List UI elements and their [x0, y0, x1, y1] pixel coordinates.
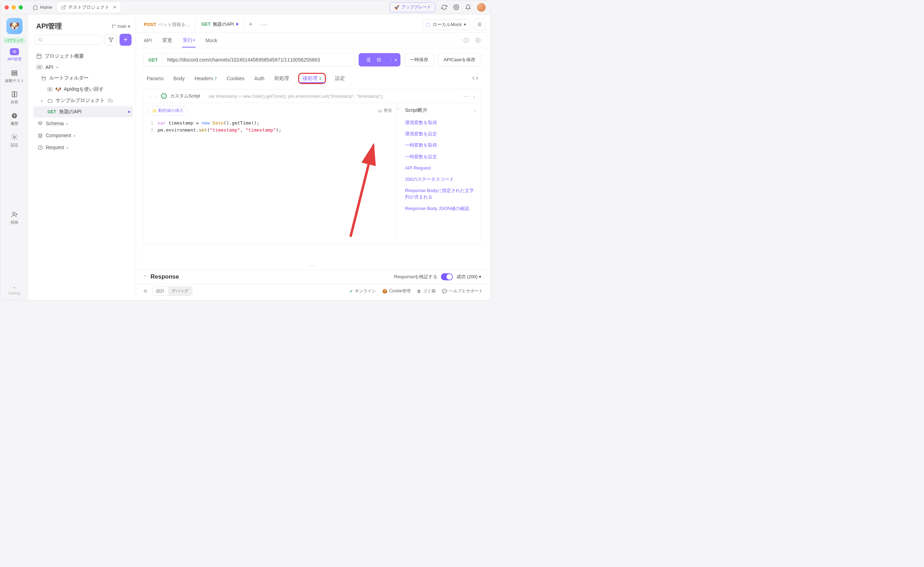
reqtab-cookies[interactable]: Cookies: [226, 73, 245, 84]
collapse-icon[interactable]: ⌃: [143, 274, 147, 280]
reqtab-settings[interactable]: 設定: [334, 72, 346, 84]
filter-button[interactable]: [105, 34, 117, 46]
chevron-down-icon[interactable]: ▾: [391, 58, 400, 62]
settings-gear-icon[interactable]: [453, 4, 459, 11]
subtab-change[interactable]: 変更: [162, 34, 173, 47]
refresh-icon[interactable]: [441, 4, 448, 11]
window-maximize[interactable]: [19, 5, 23, 9]
tree-root-folder[interactable]: ルートフォルダー: [33, 72, 133, 84]
enabled-check-icon[interactable]: ✓: [161, 93, 166, 99]
cookie-manage[interactable]: 🍪 Cookie管理: [382, 288, 411, 294]
environment-selector[interactable]: ▢ ローカルMock ▾: [422, 20, 470, 30]
chevron-down-icon: ▾: [56, 65, 60, 69]
snippet-item[interactable]: 200のステータスコード: [405, 174, 476, 185]
mode-design[interactable]: 設計: [153, 287, 168, 295]
search-input[interactable]: [35, 35, 102, 45]
send-button[interactable]: 送 信 ▾: [358, 53, 400, 66]
panel-menu-button[interactable]: ☰: [474, 19, 486, 31]
doc-tab-2[interactable]: GET 無題のAPI: [196, 17, 244, 32]
rocket-icon: 🚀: [394, 5, 399, 10]
tree-schema[interactable]: Schema ▸: [33, 117, 133, 129]
branch-selector[interactable]: main ▾: [111, 24, 130, 29]
gear-icon: [10, 133, 18, 141]
code-icon[interactable]: [471, 75, 478, 81]
overview-icon: [36, 53, 42, 59]
external-link-icon: [61, 5, 66, 10]
reqtab-params[interactable]: Params: [146, 73, 164, 84]
status-online[interactable]: ✔ オンライン: [350, 288, 376, 294]
chevron-right-icon[interactable]: ›: [474, 108, 476, 113]
save-temp-button[interactable]: 一時保存: [404, 53, 434, 66]
window-minimize[interactable]: [12, 5, 16, 9]
mode-segment[interactable]: 設計 デバッグ: [152, 286, 192, 296]
save-case-button[interactable]: APICaseを保存: [438, 53, 482, 66]
tree-component[interactable]: Component ▸: [33, 129, 133, 141]
reqtab-body[interactable]: Body: [172, 73, 185, 84]
snippet-item[interactable]: 一時変数を取得: [405, 140, 476, 151]
subtab-mock[interactable]: Mock: [205, 34, 218, 47]
more-icon[interactable]: ⋯: [464, 93, 468, 99]
reqtab-post[interactable]: 後処理1: [298, 73, 326, 84]
filter-icon: [108, 37, 114, 42]
tree-sample-project[interactable]: ▸ サンプルプロジェクト (5): [33, 95, 133, 106]
tree-request[interactable]: Request ▸: [33, 141, 133, 153]
tree-sample-doc[interactable]: M 🐶 Apidogを使い回す: [33, 84, 133, 95]
help-support[interactable]: 💬 ヘルプとサポート: [442, 288, 483, 294]
new-tab-button[interactable]: +: [244, 21, 257, 28]
panel-drag-handle[interactable]: ⋯: [136, 263, 488, 269]
svg-point-10: [39, 38, 42, 41]
markdown-icon: M: [48, 87, 52, 92]
settings-icon[interactable]: [474, 37, 482, 44]
script-header: ⋮⋮ ✓ カスタムScript var timestamp = new Date…: [144, 89, 481, 103]
snippet-item[interactable]: 環境変数を取得: [405, 117, 476, 128]
workspace-avatar[interactable]: 🐶: [6, 18, 22, 34]
user-avatar[interactable]: [476, 3, 486, 12]
snippet-item[interactable]: 一時変数を設定: [405, 151, 476, 162]
rail-history[interactable]: 履歴: [0, 110, 28, 128]
subtab-run[interactable]: 実行•: [182, 34, 196, 47]
snippet-item[interactable]: API Request: [405, 162, 476, 174]
upgrade-button[interactable]: 🚀 アップグレード: [390, 2, 436, 12]
method-selector[interactable]: GET: [144, 53, 163, 66]
svg-point-0: [455, 6, 457, 8]
snippet-item[interactable]: 環境変数を設定: [405, 128, 476, 140]
status-selector[interactable]: 成功 (200) ▾: [456, 274, 482, 280]
sidebar-title: API管理: [36, 21, 62, 31]
url-input[interactable]: https://discord.com/channels/10245144569…: [163, 57, 355, 63]
tab-overflow-button[interactable]: ⋯: [258, 21, 270, 29]
search-icon: [38, 37, 43, 42]
snippet-item[interactable]: Response Body JSON値の確認: [405, 203, 476, 214]
rail-settings[interactable]: 設定: [0, 131, 28, 150]
code-editor[interactable]: ✨ 動的値の挿入 🗂 整形 1var timestamp = new Date(…: [144, 103, 397, 244]
home-tab[interactable]: Home: [28, 3, 57, 12]
add-button[interactable]: +: [120, 34, 132, 46]
format-button[interactable]: 🗂 整形: [378, 108, 392, 114]
svg-rect-1: [12, 71, 17, 72]
tree-overview[interactable]: プロジェクト概要: [33, 51, 133, 62]
reqtab-pre[interactable]: 前処理: [273, 72, 290, 84]
doc-tab-1[interactable]: POST ペット情報を…: [139, 17, 195, 32]
verify-toggle[interactable]: [441, 273, 453, 280]
project-tab[interactable]: テストプロジェクト ✕: [57, 2, 121, 13]
drag-handle-icon[interactable]: ⋮⋮: [148, 93, 158, 99]
chevron-down-icon[interactable]: ⌄: [472, 93, 476, 99]
tree-api-root[interactable]: 96 API ▾: [33, 62, 133, 72]
tree-selected-api[interactable]: GET 無題のAPI: [33, 106, 133, 117]
trash[interactable]: 🗑 ゴミ箱: [417, 288, 436, 294]
pane-resize-handle[interactable]: —: [397, 103, 400, 244]
reqtab-auth[interactable]: Auth: [254, 73, 265, 84]
rail-share[interactable]: 共有: [0, 88, 28, 107]
reqtab-headers[interactable]: Headers7: [194, 73, 218, 84]
window-close[interactable]: [4, 5, 9, 9]
rail-invite[interactable]: 招待: [0, 209, 28, 227]
mode-debug[interactable]: デバッグ: [168, 287, 192, 295]
subtab-api[interactable]: API: [143, 34, 153, 47]
snippet-item[interactable]: Response Bodyに指定された文字列が含まれる: [405, 185, 476, 203]
rail-auto-test[interactable]: 自動テスト: [0, 67, 28, 86]
history-icon[interactable]: [462, 37, 470, 44]
bell-icon[interactable]: [465, 4, 471, 11]
insert-dynamic-button[interactable]: ✨ 動的値の挿入: [148, 106, 188, 115]
rail-api-management[interactable]: 96 API管理: [0, 46, 28, 64]
collapse-sidebar-icon[interactable]: [142, 288, 149, 295]
close-icon[interactable]: ✕: [113, 5, 117, 10]
